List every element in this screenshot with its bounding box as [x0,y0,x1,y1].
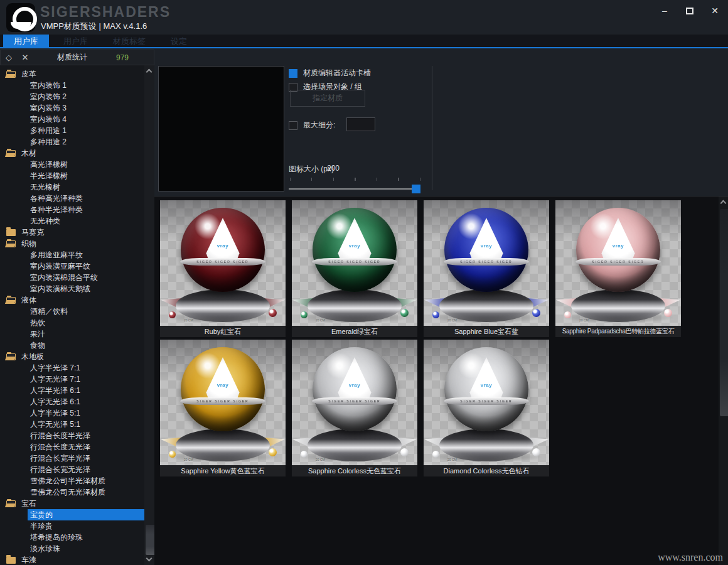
remove-icon[interactable]: ✕ [17,53,33,62]
tree-item[interactable]: 酒精／饮料 [28,306,144,317]
tree-item[interactable]: 淡水珍珠 [28,543,144,554]
tree-item[interactable]: 高光泽橡树 [28,159,144,170]
tree-item-label: 热饮 [30,318,45,328]
diamond-icon[interactable]: ◇ [1,53,17,62]
minimize-icon[interactable]: – [656,3,673,18]
tree-item[interactable]: 人字半光泽 6:1 [28,385,144,396]
icon-size-slider-handle[interactable] [412,185,420,193]
tree-item[interactable]: 多种用途 2 [28,136,144,148]
tree-item[interactable]: 行混合长度无光泽 [28,441,144,453]
tree-item[interactable]: 行混合长度半光泽 [28,430,144,441]
tree-item[interactable]: 人字无光泽 5:1 [28,419,144,430]
options-panel: 材质编辑器活动卡槽 选择场景对象 / 组 指定材质 最大细分: 图标大小 (px… [154,50,728,196]
tree-item[interactable]: 室内装潢棉天鹅绒 [28,283,144,294]
grid-scrollbar[interactable] [719,196,728,565]
tree-item-selected[interactable]: 宝贵的 [28,509,144,520]
tree-folder-liquid[interactable]: 液体 [0,294,144,306]
tree-item[interactable]: 人字无光泽 6:1 [28,396,144,407]
tree-item[interactable]: 室内装饰 4 [28,114,144,125]
tree-item[interactable]: 果汁 [28,328,144,340]
folder-icon [6,229,16,236]
tree-item[interactable]: 无光种类 [28,215,144,227]
tree-item[interactable]: 室内装饰 2 [28,91,144,102]
tree-item[interactable]: 行混合长宽半光泽 [28,453,144,464]
checkbox-active-slot-label: 材质编辑器活动卡槽 [303,68,371,78]
tree-item[interactable]: 室内装潢棉混合平纹 [28,272,144,283]
tree-item[interactable]: 无光橡树 [28,181,144,193]
tree-item[interactable]: 半光泽橡树 [28,170,144,181]
tree-item[interactable]: 雪佛龙公司半光泽材质 [28,475,144,487]
tree-item[interactable]: 室内装饰 1 [28,80,144,91]
tree-folder-wood[interactable]: 木材 [0,148,144,159]
tree-item[interactable]: 半珍贵 [28,520,144,532]
tree-item[interactable]: 食物 [28,340,144,351]
tree-item[interactable]: 人字半光泽 5:1 [28,407,144,419]
tree-item[interactable]: 室内装潢亚麻平纹 [28,261,144,272]
material-tile-sapphire-colorless[interactable]: 20 CM vray SIGER SIGER SIGER Sapphire Co… [292,340,417,476]
folder-icon [6,557,16,564]
checkbox-max-subdiv[interactable] [289,121,297,130]
tree-item-label: 雪佛龙公司无光泽材质 [30,487,105,498]
tree-item-label: 各种高光泽种类 [30,193,83,204]
material-tile-sapphire-blue[interactable]: 20 CM vray SIGER SIGER SIGER Sapphire Bl… [424,200,549,337]
material-sphere: vray SIGER SIGER SIGER [181,208,265,292]
tab-user-library-2[interactable]: 用户库 [53,35,99,48]
tree-item-label: 半光泽橡树 [30,171,68,181]
tree-item[interactable]: 各种高光泽种类 [28,193,144,204]
close-icon[interactable]: ✕ [707,3,723,18]
material-stats-label: 材质统计 [57,52,87,63]
checkbox-row-active-slot[interactable]: 材质编辑器活动卡槽 [289,68,371,78]
material-tile-emerald[interactable]: 20 CM vray SIGER SIGER SIGER Emerald绿宝石 [292,200,417,337]
tree-folder-car-paint[interactable]: 车漆 [0,554,144,565]
tree-item[interactable]: 行混合长宽无光泽 [28,464,144,475]
tree-folder-leather[interactable]: 皮革 [0,68,144,80]
grid-scrollbar-thumb[interactable] [720,209,728,416]
tree-item[interactable]: 多种用途 1 [28,125,144,136]
tree-item-label: 人字无光泽 6:1 [30,397,80,407]
scroll-down-icon[interactable] [146,556,153,562]
tree-item-label: 半珍贵 [30,521,53,532]
folder-open-icon [6,500,16,507]
tree-item[interactable]: 塔希提岛的珍珠 [28,532,144,543]
material-tile-sapphire-yellow[interactable]: 20 CM vray SIGER SIGER SIGER Sapphire Ye… [160,340,286,476]
folder-open-icon [6,240,16,247]
material-tile-sapphire-padparadscha[interactable]: 20 CM vray SIGER SIGER SIGER Sapphire Pa… [555,200,681,337]
checkbox-row-max-subdiv[interactable]: 最大细分: [289,120,335,131]
tree-folder-label: 木地板 [21,352,44,362]
tree-item[interactable]: 人字无光泽 7:1 [28,374,144,385]
tree-item[interactable]: 人字半光泽 7:1 [28,362,144,374]
tree-item[interactable]: 热饮 [28,317,144,328]
tree-item-label: 淡水珍珠 [30,544,60,554]
tree-item[interactable]: 室内装饰 3 [28,102,144,114]
material-thumbnail: 20 CM vray SIGER SIGER SIGER [160,340,286,465]
max-subdiv-input[interactable] [346,117,375,131]
material-tile-ruby[interactable]: 20 CM vray SIGER SIGER SIGER Ruby红宝石 [160,200,286,337]
tree-folder-gems[interactable]: 宝石 [0,498,144,509]
checkbox-active-slot[interactable] [289,69,297,78]
tree-folder-wood-floor[interactable]: 木地板 [0,351,144,362]
material-sphere: vray SIGER SIGER SIGER [181,347,265,431]
tree-scrollbar[interactable] [144,65,154,565]
tree-folder-mosaic[interactable]: 马赛克 [0,227,144,238]
scroll-up-icon[interactable] [146,69,153,75]
tab-bar: 用户库 用户库 材质标签 设定 [0,35,728,48]
vray-logo: vray [217,243,228,249]
tree-item[interactable]: 雪佛龙公司无光泽材质 [28,487,144,498]
tab-user-library[interactable]: 用户库 [3,35,49,48]
tree-item-label: 人字半光泽 6:1 [30,385,80,396]
maximize-icon[interactable] [682,3,698,18]
gem-icon [269,309,277,317]
tree-folder-fabric[interactable]: 织物 [0,238,144,249]
material-stats-count: 979 [116,53,129,62]
icon-size-slider[interactable] [289,188,420,190]
gem-icon [532,309,540,317]
scroll-up-icon[interactable] [720,200,727,207]
assign-material-button[interactable]: 指定材质 [290,90,365,107]
material-tile-diamond-colorless[interactable]: 20 CM vray SIGER SIGER SIGER Diamond Col… [424,340,549,476]
floor-scale-label: 20 CM [579,318,589,322]
tab-material-tags[interactable]: 材质标签 [102,35,156,48]
tab-settings[interactable]: 设定 [160,35,198,48]
tree-item[interactable]: 多用途亚麻平纹 [28,249,144,261]
watermark: www.snren.com [658,552,723,563]
tree-item[interactable]: 各种半光泽种类 [28,204,144,215]
